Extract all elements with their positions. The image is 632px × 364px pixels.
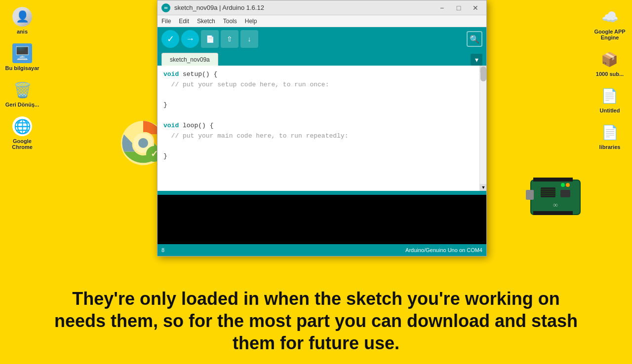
menu-tools[interactable]: Tools: [223, 18, 237, 25]
desktop-icon-recycle[interactable]: 🗑️ Geri Dönüş...: [3, 78, 41, 109]
search-button[interactable]: 🔍: [467, 31, 482, 47]
svg-rect-8: [541, 187, 555, 197]
status-line-number: 8: [161, 247, 164, 253]
window-controls: − □ ✕: [435, 3, 482, 13]
svg-point-3: [138, 138, 148, 148]
svg-rect-11: [533, 211, 573, 215]
desktop-right-icons: ☁️ Google APP Engine 📦 1000 sub... 📄 Unt…: [588, 0, 632, 364]
svg-rect-9: [560, 190, 570, 197]
tab-dropdown-button[interactable]: ▾: [471, 54, 482, 66]
gae-label: Google APP Engine: [592, 29, 627, 40]
desktop-left-icons: 👤 anis 🖥️ Bu bilgisayar 🗑️ Geri Dönüş...…: [0, 0, 44, 364]
arduino-logo: ∞: [161, 3, 170, 12]
archive-icon: 📦: [600, 49, 620, 69]
title-bar: ∞ sketch_nov09a | Arduino 1.6.12 − □ ✕: [158, 0, 486, 15]
separator-bar: [158, 191, 486, 195]
desktop-icon-computer[interactable]: 🖥️ Bu bilgisayar: [3, 41, 41, 73]
chrome-label: Google Chrome: [5, 138, 40, 150]
libraries-icon: 📄: [600, 122, 620, 142]
desktop-icon-user[interactable]: 👤 anis: [10, 5, 34, 36]
gae-icon: ☁️: [600, 7, 620, 27]
upload-button[interactable]: →: [181, 30, 199, 48]
svg-rect-7: [526, 190, 534, 200]
verify-button[interactable]: ✓: [161, 30, 179, 48]
desktop-icon-1000sub[interactable]: 📦 1000 sub...: [594, 47, 626, 79]
desktop-icon-untitled[interactable]: 📄 Untitled: [598, 84, 622, 115]
untitled-label: Untitled: [600, 108, 620, 113]
title-bar-left: ∞ sketch_nov09a | Arduino 1.6.12: [161, 3, 264, 12]
arduino-board-decoration: ∞: [526, 168, 585, 227]
caption-text: They're only loaded in when the sketch y…: [49, 288, 583, 354]
sub-label: 1000 sub...: [596, 71, 624, 77]
status-bar: 8 Arduino/Genuino Uno on COM4: [158, 244, 486, 256]
close-button[interactable]: ✕: [469, 3, 482, 13]
menu-file[interactable]: File: [161, 18, 171, 25]
arduino-window: ∞ sketch_nov09a | Arduino 1.6.12 − □ ✕ F…: [157, 0, 487, 256]
desktop-icon-libraries[interactable]: 📄 libraries: [597, 120, 623, 152]
tab-bar: sketch_nov09a ▾: [158, 51, 486, 66]
menu-bar: File Edit Sketch Tools Help: [158, 15, 486, 27]
maximize-button[interactable]: □: [452, 3, 466, 13]
chrome-icon: 🌐: [12, 116, 32, 136]
untitled-icon: 📄: [600, 86, 620, 106]
svg-rect-10: [533, 178, 573, 182]
computer-icon: 🖥️: [12, 43, 32, 63]
desktop-icon-gae[interactable]: ☁️ Google APP Engine: [591, 5, 629, 42]
desktop-icon-chrome[interactable]: 🌐 Google Chrome: [3, 114, 41, 152]
user-label: anis: [17, 29, 28, 35]
svg-point-12: [566, 183, 570, 187]
recycle-label: Geri Dönüş...: [5, 102, 39, 108]
code-scrollbar[interactable]: ▲ ▼: [479, 66, 486, 191]
libraries-label: libraries: [599, 144, 621, 150]
save-button[interactable]: ↓: [240, 30, 258, 48]
menu-help[interactable]: Help: [245, 18, 257, 25]
minimize-button[interactable]: −: [435, 3, 449, 13]
user-avatar: 👤: [12, 7, 32, 27]
toolbar: ✓ → 📄 ⇧ ↓ 🔍: [158, 27, 486, 51]
window-title: sketch_nov09a | Arduino 1.6.12: [174, 4, 264, 11]
scroll-down[interactable]: ▼: [480, 184, 486, 191]
computer-label: Bu bilgisayar: [5, 65, 39, 71]
status-board-info: Arduino/Genuino Uno on COM4: [405, 247, 482, 253]
tab-label: sketch_nov09a: [170, 56, 210, 63]
code-content[interactable]: void setup() { // put your setup code he…: [158, 66, 479, 191]
svg-point-13: [561, 183, 565, 187]
svg-rect-6: [531, 180, 580, 215]
scrollbar-thumb[interactable]: [480, 67, 486, 81]
code-editor[interactable]: void setup() { // put your setup code he…: [158, 66, 486, 191]
new-button[interactable]: 📄: [201, 30, 219, 48]
menu-sketch[interactable]: Sketch: [197, 18, 215, 25]
active-tab[interactable]: sketch_nov09a: [161, 53, 218, 66]
svg-text:∞: ∞: [553, 201, 558, 209]
console-area: [158, 195, 486, 244]
open-button[interactable]: ⇧: [221, 30, 238, 48]
menu-edit[interactable]: Edit: [179, 18, 189, 25]
recycle-icon: 🗑️: [12, 80, 32, 100]
